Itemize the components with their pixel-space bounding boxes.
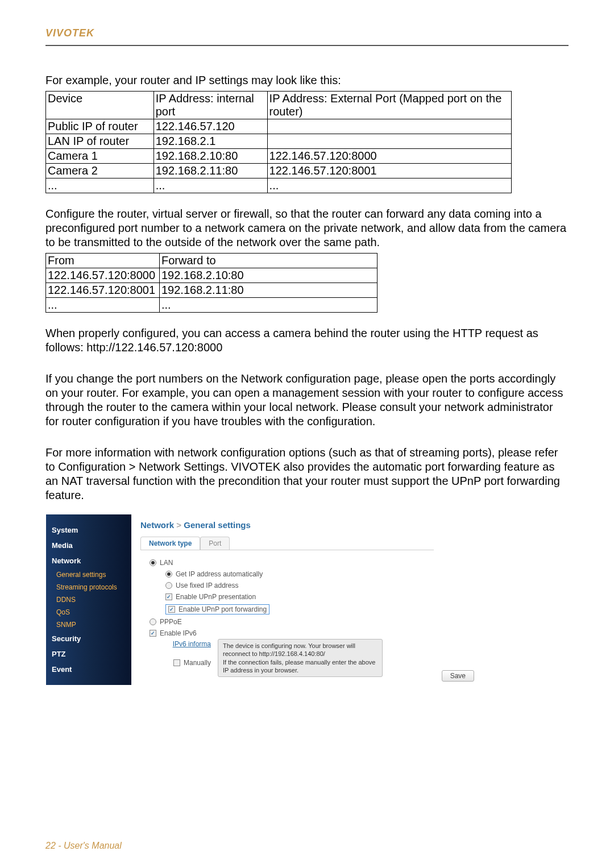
cell: LAN IP of router xyxy=(46,134,154,149)
brand-header: VIVOTEK xyxy=(45,27,569,39)
cell: Camera 2 xyxy=(46,164,154,178)
cell: 192.168.2.11:80 xyxy=(159,283,377,298)
ip-settings-table: Device IP Address: internal port IP Addr… xyxy=(45,91,512,193)
sidebar-item-streaming-protocols[interactable]: Streaming protocols xyxy=(46,581,131,593)
th-from: From xyxy=(46,254,160,268)
header-rule xyxy=(45,45,569,46)
th-device: Device xyxy=(46,92,154,119)
check-upnp-pres-row[interactable]: ✓ Enable UPnP presentation xyxy=(140,591,434,603)
cell: 122.146.57.120:8001 xyxy=(267,164,511,178)
radio-lan-row[interactable]: LAN xyxy=(140,557,434,568)
radio-lan-label: LAN xyxy=(160,559,173,567)
paragraph-3: If you change the port numbers on the Ne… xyxy=(45,372,569,429)
radio-fixed-label: Use fixed IP address xyxy=(176,582,239,589)
sidebar-item-qos[interactable]: QoS xyxy=(46,606,131,618)
tooltip-line-1: The device is configuring now. Your brow… xyxy=(223,642,377,658)
radio-icon[interactable] xyxy=(150,618,156,625)
table-row: 122.146.57.120:8001 192.168.2.11:80 xyxy=(46,283,377,298)
cell: ... xyxy=(154,178,267,193)
th-internal: IP Address: internal port xyxy=(154,92,267,119)
checkbox-icon[interactable]: ✓ xyxy=(168,606,175,613)
cell: 122.146.57.120:8000 xyxy=(46,268,160,283)
check-upnp-fwd-label: Enable UPnP port forwarding xyxy=(179,605,267,613)
radio-pppoe-label: PPPoE xyxy=(160,618,182,626)
paragraph-1: Configure the router, virtual server or … xyxy=(45,207,569,250)
cell: 192.168.2.11:80 xyxy=(154,164,267,178)
cell: ... xyxy=(159,298,377,313)
tab-port[interactable]: Port xyxy=(200,537,230,550)
breadcrumb-b: General settings xyxy=(184,520,251,530)
table-row: LAN IP of router 192.168.2.1 xyxy=(46,134,512,149)
breadcrumb-a: Network xyxy=(140,520,174,530)
radio-fixed-row[interactable]: Use fixed IP address xyxy=(140,580,434,591)
table-row: 122.146.57.120:8000 192.168.2.10:80 xyxy=(46,268,377,283)
checkbox-icon[interactable] xyxy=(173,659,180,666)
check-upnp-fwd-row[interactable]: ✓ Enable UPnP port forwarding xyxy=(140,603,434,616)
intro-text: For example, your router and IP settings… xyxy=(45,73,569,88)
check-ipv6-label: Enable IPv6 xyxy=(160,629,197,637)
sidebar-item-snmp[interactable]: SNMP xyxy=(46,618,131,631)
cell: ... xyxy=(46,178,154,193)
cell: 122.146.57.120 xyxy=(154,119,267,134)
tooltip-box: The device is configuring now. Your brow… xyxy=(218,639,383,677)
cell xyxy=(267,134,511,149)
cell: Public IP of router xyxy=(46,119,154,134)
table-row: Camera 2 192.168.2.11:80 122.146.57.120:… xyxy=(46,164,512,178)
sidebar-item-ddns[interactable]: DDNS xyxy=(46,593,131,606)
cell: ... xyxy=(46,298,160,313)
cell: 192.168.2.1 xyxy=(154,134,267,149)
cell: 122.146.57.120:8000 xyxy=(267,149,511,164)
table-row: Public IP of router 122.146.57.120 xyxy=(46,119,512,134)
checkbox-icon[interactable]: ✓ xyxy=(150,630,156,637)
check-ipv6-row[interactable]: ✓ Enable IPv6 xyxy=(140,628,434,639)
check-upnp-pres-label: Enable UPnP presentation xyxy=(176,593,256,601)
sidebar-item-general-settings[interactable]: General settings xyxy=(46,568,131,581)
table-row: ... ... xyxy=(46,298,377,313)
radio-getauto-row[interactable]: Get IP address automatically xyxy=(140,568,434,580)
breadcrumb: Network > General settings xyxy=(140,520,434,530)
page-footer: 22 - User's Manual xyxy=(45,841,122,851)
th-external: IP Address: External Port (Mapped port o… xyxy=(267,92,511,119)
forwarding-table: From Forward to 122.146.57.120:8000 192.… xyxy=(45,253,377,313)
radio-icon[interactable] xyxy=(165,582,172,589)
sidebar-item-event[interactable]: Event xyxy=(46,662,131,677)
paragraph-4: For more information with network config… xyxy=(45,446,569,502)
sidebar-item-media[interactable]: Media xyxy=(46,538,131,553)
cell: 122.146.57.120:8001 xyxy=(46,283,160,298)
paragraph-2: When properly configured, you can access… xyxy=(45,326,569,355)
ipv6-info-link[interactable]: IPv6 informa xyxy=(173,640,211,648)
radio-icon[interactable] xyxy=(150,559,156,566)
table-row: Camera 1 192.168.2.10:80 122.146.57.120:… xyxy=(46,149,512,164)
cell: Camera 1 xyxy=(46,149,154,164)
save-button[interactable]: Save xyxy=(442,670,474,682)
manually-label: Manually xyxy=(184,659,211,667)
th-forward: Forward to xyxy=(159,254,377,268)
cell: 192.168.2.10:80 xyxy=(159,268,377,283)
cell: 192.168.2.10:80 xyxy=(154,149,267,164)
radio-getauto-label: Get IP address automatically xyxy=(176,570,263,578)
table-row: ... ... ... xyxy=(46,178,512,193)
sidebar-item-system[interactable]: System xyxy=(46,522,131,538)
radio-pppoe-row[interactable]: PPPoE xyxy=(140,616,434,628)
cell xyxy=(267,119,511,134)
sidebar-item-security[interactable]: Security xyxy=(46,631,131,646)
sidebar-item-network[interactable]: Network xyxy=(46,553,131,568)
radio-icon[interactable] xyxy=(165,571,172,578)
tooltip-line-2: If the connection fails, please manually… xyxy=(223,658,377,675)
config-screenshot: System Media Network General settings St… xyxy=(45,514,443,686)
sidebar-item-ptz[interactable]: PTZ xyxy=(46,646,131,662)
tab-network-type[interactable]: Network type xyxy=(140,537,200,550)
breadcrumb-sep: > xyxy=(176,520,181,530)
checkbox-icon[interactable]: ✓ xyxy=(165,593,172,600)
cell: ... xyxy=(267,178,511,193)
